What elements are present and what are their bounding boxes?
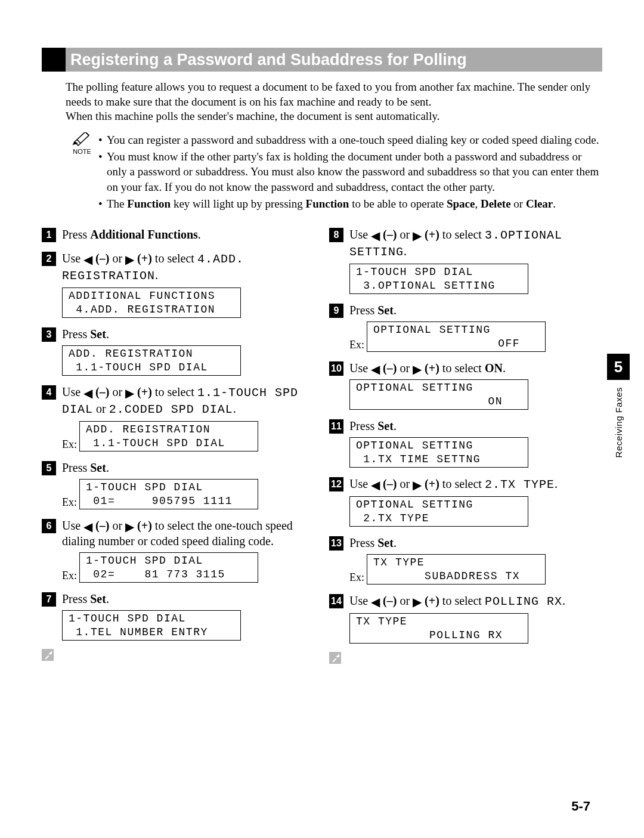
step-4: 4 Use ◀ (–) or ▶ (+) to select 1.1-TOUCH… — [42, 384, 315, 452]
step-11: 11 Press Set. OPTIONAL SETTING 1.TX TIME… — [329, 418, 602, 468]
step-8: 8 Use ◀ (–) or ▶ (+) to select 3.OPTIONA… — [329, 227, 602, 294]
section-heading: Registering a Password and Subaddress fo… — [42, 48, 602, 72]
step-6: 6 Use ◀ (–) or ▶ (+) to select the one-t… — [42, 518, 315, 583]
right-column: 8 Use ◀ (–) or ▶ (+) to select 3.OPTIONA… — [329, 223, 602, 666]
left-arrow-icon: ◀ — [83, 386, 92, 400]
right-arrow-icon: ▶ — [413, 363, 422, 376]
step-number: 11 — [329, 419, 343, 434]
step-7: 7 Press Set. 1-TOUCH SPD DIAL 1.TEL NUMB… — [42, 591, 315, 641]
left-arrow-icon: ◀ — [371, 595, 380, 608]
step-text: Use ◀ (–) or ▶ (+) to select ON. — [349, 360, 602, 376]
example-label: Ex: — [349, 338, 364, 352]
heading-square — [42, 48, 66, 72]
right-arrow-icon: ▶ — [125, 386, 134, 400]
step-text: Use ◀ (–) or ▶ (+) to select 2.TX TYPE. — [349, 476, 602, 493]
step-number: 3 — [42, 327, 56, 342]
step-text: Press Set. — [349, 302, 602, 318]
lcd-display: 1-TOUCH SPD DIAL 01= 905795 1111 — [79, 479, 258, 509]
step-5: 5 Press Set. Ex:1-TOUCH SPD DIAL 01= 905… — [42, 460, 315, 509]
step-number: 2 — [42, 252, 56, 266]
step-2: 2 Use ◀ (–) or ▶ (+) to select 4.ADD. RE… — [42, 251, 315, 318]
step-number: 1 — [42, 228, 56, 242]
step-text: Press Set. — [349, 418, 602, 434]
lcd-display: TX TYPE POLLING RX — [349, 613, 528, 644]
step-13: 13 Press Set. Ex:TX TYPE SUBADDRESS TX — [329, 535, 602, 585]
lcd-display: ADD. REGISTRATION 1.1-TOUCH SPD DIAL — [79, 421, 258, 452]
left-arrow-icon: ◀ — [371, 229, 380, 242]
step-10: 10 Use ◀ (–) or ▶ (+) to select ON. OPTI… — [329, 360, 602, 410]
step-14: 14 Use ◀ (–) or ▶ (+) to select POLLING … — [329, 593, 602, 644]
lcd-display: 1-TOUCH SPD DIAL 3.OPTIONAL SETTING — [349, 264, 528, 294]
step-text: Use ◀ (–) or ▶ (+) to select 1.1-TOUCH S… — [62, 384, 315, 418]
right-arrow-icon: ▶ — [413, 595, 422, 608]
lcd-display: OPTIONAL SETTING ON — [349, 379, 528, 410]
step-number: 8 — [329, 228, 343, 242]
step-text: Use ◀ (–) or ▶ (+) to select POLLING RX. — [349, 593, 602, 610]
step-number: 4 — [42, 385, 56, 400]
step-number: 9 — [329, 304, 343, 318]
left-arrow-icon: ◀ — [371, 363, 380, 376]
lcd-display: ADDITIONAL FUNCTIONS 4.ADD. REGISTRATION — [62, 287, 241, 318]
step-9: 9 Press Set. Ex:OPTIONAL SETTING OFF — [329, 302, 602, 352]
intro-text: The polling feature allows you to reques… — [66, 80, 602, 124]
note-item: The Function key will light up by pressi… — [98, 196, 602, 212]
step-number: 14 — [329, 594, 343, 608]
right-arrow-icon: ▶ — [125, 253, 134, 266]
step-text: Press Set. — [62, 591, 315, 607]
page-number: 5-7 — [571, 799, 590, 814]
step-1: 1 Press Additional Functions. — [42, 227, 315, 242]
step-text: Use ◀ (–) or ▶ (+) to select the one-tou… — [62, 518, 315, 549]
step-3: 3 Press Set. ADD. REGISTRATION 1.1-TOUCH… — [42, 326, 315, 376]
note-block: NOTE You can register a password and sub… — [66, 132, 602, 212]
chapter-tab: 5 Receiving Faxes — [607, 354, 630, 457]
note-label: NOTE — [73, 148, 91, 155]
left-column: 1 Press Additional Functions. 2 Use ◀ (–… — [42, 223, 315, 666]
step-text: Use ◀ (–) or ▶ (+) to select 4.ADD. REGI… — [62, 251, 315, 284]
step-number: 12 — [329, 477, 343, 491]
lcd-display: TX TYPE SUBADDRESS TX — [367, 554, 546, 585]
left-arrow-icon: ◀ — [83, 520, 92, 533]
left-arrow-icon: ◀ — [371, 478, 380, 491]
step-text: Press Set. — [349, 535, 602, 551]
lcd-display: ADD. REGISTRATION 1.1-TOUCH SPD DIAL — [62, 345, 241, 376]
note-item: You can register a password and subaddre… — [98, 132, 602, 148]
step-text: Press Additional Functions. — [62, 227, 315, 242]
step-number: 6 — [42, 519, 56, 533]
lcd-display: 1-TOUCH SPD DIAL 1.TEL NUMBER ENTRY — [62, 610, 241, 641]
step-text: Press Set. — [62, 460, 315, 475]
example-label: Ex: — [62, 438, 77, 452]
lcd-display: OPTIONAL SETTING 2.TX TYPE — [349, 496, 528, 527]
right-arrow-icon: ▶ — [125, 520, 134, 533]
continued-icon — [42, 649, 315, 663]
heading-title: Registering a Password and Subaddress fo… — [66, 48, 602, 72]
step-text: Use ◀ (–) or ▶ (+) to select 3.OPTIONAL … — [349, 227, 602, 260]
step-number: 5 — [42, 461, 56, 475]
left-arrow-icon: ◀ — [83, 253, 92, 266]
continued-icon — [329, 652, 602, 666]
step-number: 7 — [42, 592, 56, 607]
lcd-display: 1-TOUCH SPD DIAL 02= 81 773 3115 — [79, 552, 258, 583]
lcd-display: OPTIONAL SETTING 1.TX TIME SETTNG — [349, 437, 528, 468]
steps-columns: 1 Press Additional Functions. 2 Use ◀ (–… — [42, 223, 602, 666]
right-arrow-icon: ▶ — [413, 478, 422, 491]
lcd-display: OPTIONAL SETTING OFF — [367, 321, 546, 352]
note-item: You must know if the other party's fax i… — [98, 149, 602, 195]
step-number: 13 — [329, 536, 343, 551]
step-number: 10 — [329, 361, 343, 376]
right-arrow-icon: ▶ — [413, 229, 422, 242]
example-label: Ex: — [349, 571, 364, 585]
example-label: Ex: — [62, 496, 77, 509]
note-list: You can register a password and subaddre… — [98, 132, 602, 212]
chapter-number: 5 — [607, 354, 630, 380]
chapter-label: Receiving Faxes — [614, 387, 624, 457]
step-text: Press Set. — [62, 326, 315, 342]
note-icon: NOTE — [66, 132, 98, 212]
step-12: 12 Use ◀ (–) or ▶ (+) to select 2.TX TYP… — [329, 476, 602, 527]
example-label: Ex: — [62, 569, 77, 583]
